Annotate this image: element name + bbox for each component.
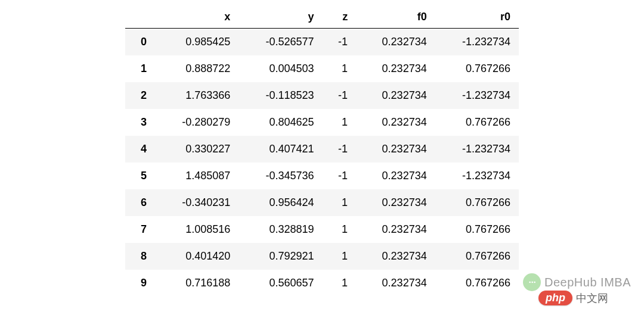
cell-r0: 0.767266 [435, 189, 519, 216]
row-index: 2 [125, 82, 155, 109]
row-index: 9 [125, 270, 155, 296]
cell-z: -1 [323, 136, 357, 163]
table-row: 90.7161880.56065710.2327340.767266 [125, 270, 519, 296]
cell-r0: 0.767266 [435, 243, 519, 270]
cell-f0: 0.232734 [356, 216, 435, 243]
table-row: 21.763366-0.118523-10.232734-1.232734 [125, 82, 519, 109]
cell-f0: 0.232734 [356, 136, 435, 163]
col-r0: r0 [435, 6, 519, 29]
table-row: 40.3302270.407421-10.232734-1.232734 [125, 136, 519, 163]
cell-f0: 0.232734 [356, 189, 435, 216]
col-y: y [239, 6, 322, 29]
table-row: 71.0085160.32881910.2327340.767266 [125, 216, 519, 243]
cell-x: 0.401420 [155, 243, 239, 270]
cell-x: 1.763366 [155, 82, 239, 109]
col-z: z [323, 6, 357, 29]
cell-z: 1 [323, 270, 357, 296]
cell-r0: -1.232734 [435, 136, 519, 163]
table-body: 00.985425-0.526577-10.232734-1.23273410.… [125, 29, 519, 297]
cell-x: 0.330227 [155, 136, 239, 163]
table-row: 00.985425-0.526577-10.232734-1.232734 [125, 29, 519, 56]
cell-r0: 0.767266 [435, 109, 519, 136]
cell-y: 0.804625 [239, 109, 322, 136]
cell-z: 1 [323, 55, 357, 82]
cell-y: 0.560657 [239, 270, 322, 296]
col-x: x [155, 6, 239, 29]
table-row: 3-0.2802790.80462510.2327340.767266 [125, 109, 519, 136]
cell-y: 0.407421 [239, 136, 322, 163]
cell-z: 1 [323, 243, 357, 270]
row-index: 3 [125, 109, 155, 136]
cell-r0: -1.232734 [435, 163, 519, 189]
cell-y: 0.004503 [239, 55, 322, 82]
row-index: 4 [125, 136, 155, 163]
cell-x: 0.888722 [155, 55, 239, 82]
cell-z: -1 [323, 29, 357, 56]
cell-f0: 0.232734 [356, 243, 435, 270]
cell-x: 0.985425 [155, 29, 239, 56]
cell-x: 0.716188 [155, 270, 239, 296]
cell-y: -0.118523 [239, 82, 322, 109]
row-index: 0 [125, 29, 155, 56]
cell-z: -1 [323, 163, 357, 189]
cell-z: 1 [323, 216, 357, 243]
data-table: x y z f0 r0 00.985425-0.526577-10.232734… [125, 6, 519, 296]
cell-x: -0.340231 [155, 189, 239, 216]
cell-r0: -1.232734 [435, 82, 519, 109]
table-row: 80.4014200.79292110.2327340.767266 [125, 243, 519, 270]
col-f0: f0 [356, 6, 435, 29]
cell-f0: 0.232734 [356, 163, 435, 189]
table-container: x y z f0 r0 00.985425-0.526577-10.232734… [0, 0, 644, 296]
cell-r0: -1.232734 [435, 29, 519, 56]
cell-z: 1 [323, 189, 357, 216]
row-index: 1 [125, 55, 155, 82]
cell-x: 1.008516 [155, 216, 239, 243]
col-index-blank [125, 6, 155, 29]
row-index: 8 [125, 243, 155, 270]
cell-r0: 0.767266 [435, 270, 519, 296]
table-row: 10.8887220.00450310.2327340.767266 [125, 55, 519, 82]
table-row: 51.485087-0.345736-10.232734-1.232734 [125, 163, 519, 189]
cell-f0: 0.232734 [356, 109, 435, 136]
cell-f0: 0.232734 [356, 82, 435, 109]
cell-x: 1.485087 [155, 163, 239, 189]
cell-r0: 0.767266 [435, 55, 519, 82]
row-index: 6 [125, 189, 155, 216]
cell-y: -0.345736 [239, 163, 322, 189]
cell-f0: 0.232734 [356, 29, 435, 56]
row-index: 5 [125, 163, 155, 189]
cell-y: 0.328819 [239, 216, 322, 243]
cell-z: -1 [323, 82, 357, 109]
cell-z: 1 [323, 109, 357, 136]
table-header: x y z f0 r0 [125, 6, 519, 29]
cell-x: -0.280279 [155, 109, 239, 136]
cell-f0: 0.232734 [356, 55, 435, 82]
cell-y: -0.526577 [239, 29, 322, 56]
cell-y: 0.956424 [239, 189, 322, 216]
table-row: 6-0.3402310.95642410.2327340.767266 [125, 189, 519, 216]
row-index: 7 [125, 216, 155, 243]
cell-f0: 0.232734 [356, 270, 435, 296]
cell-y: 0.792921 [239, 243, 322, 270]
cell-r0: 0.767266 [435, 216, 519, 243]
